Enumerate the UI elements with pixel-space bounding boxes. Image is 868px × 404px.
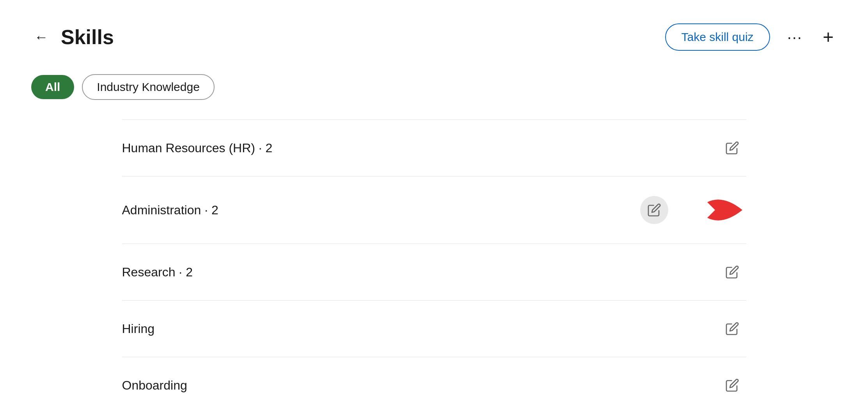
skill-name: Research · 2 [122, 265, 193, 279]
page-header: ← Skills Take skill quiz ··· + [31, 23, 837, 51]
edit-skill-button[interactable] [718, 315, 746, 343]
back-button[interactable]: ← [31, 26, 51, 48]
skill-name: Hiring [122, 322, 155, 336]
pencil-icon [647, 203, 661, 217]
skill-item: Onboarding [122, 357, 746, 404]
edit-skill-button[interactable] [718, 258, 746, 286]
arrow-annotation [676, 190, 746, 230]
tab-industry-knowledge[interactable]: Industry Knowledge [82, 74, 215, 100]
skill-name: Onboarding [122, 378, 187, 393]
header-left: ← Skills [31, 25, 114, 49]
pencil-icon [725, 322, 739, 336]
skill-item: Administration · 2 [122, 176, 746, 244]
add-button[interactable]: + [820, 25, 837, 50]
page-title: Skills [61, 25, 114, 49]
edit-skill-button[interactable] [640, 196, 668, 224]
filter-tabs: All Industry Knowledge [31, 74, 837, 100]
edit-skill-button[interactable] [718, 134, 746, 162]
skill-item: Human Resources (HR) · 2 [122, 119, 746, 176]
skill-item: Hiring [122, 301, 746, 357]
pencil-icon [725, 378, 739, 392]
header-right: Take skill quiz ··· + [665, 23, 837, 51]
more-options-button[interactable]: ··· [783, 25, 807, 49]
skill-name: Administration · 2 [122, 203, 218, 217]
skill-item: Research · 2 [122, 244, 746, 301]
pencil-icon [725, 141, 739, 155]
skill-name: Human Resources (HR) · 2 [122, 141, 273, 155]
take-skill-quiz-button[interactable]: Take skill quiz [665, 23, 770, 51]
skills-list: Human Resources (HR) · 2Administration ·… [122, 119, 746, 404]
pencil-icon [725, 265, 739, 279]
tab-all[interactable]: All [31, 75, 74, 99]
edit-skill-button[interactable] [718, 371, 746, 399]
